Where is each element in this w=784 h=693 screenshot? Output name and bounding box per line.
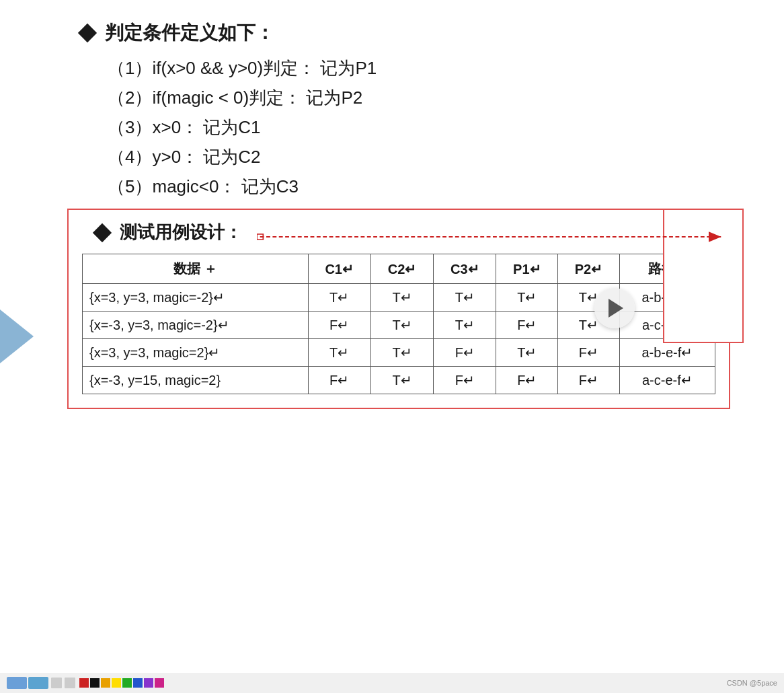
cell-r2-c2: T↵ bbox=[370, 339, 433, 367]
cell-r3-c1: F↵ bbox=[308, 367, 370, 394]
cell-r0-c3: T↵ bbox=[434, 284, 496, 312]
cell-r0-c2: T↵ bbox=[370, 284, 433, 312]
condition-num-3: （3） bbox=[108, 118, 152, 136]
col-header-c1: C1↵ bbox=[308, 254, 370, 284]
table-row: {x=3, y=3, magic=2}↵T↵T↵F↵T↵F↵a-b-e-f↵ bbox=[83, 339, 715, 367]
cell-r3-c6: a-c-e-f↵ bbox=[619, 367, 715, 394]
cell-r1-c1: F↵ bbox=[308, 312, 370, 339]
section1-title: 判定条件定义如下： bbox=[81, 20, 744, 46]
col-header-c3: C3↵ bbox=[434, 254, 496, 284]
cell-r3-c2: T↵ bbox=[370, 367, 433, 394]
red-arrow-svg bbox=[257, 230, 729, 244]
color-swatch-blue bbox=[133, 678, 143, 688]
cell-r3-c0: {x=-3, y=15, magic=2} bbox=[83, 367, 309, 394]
cell-r0-c1: T↵ bbox=[308, 284, 370, 312]
condition-text-5: magic<0： 记为C3 bbox=[152, 178, 298, 195]
left-nav-arrow bbox=[0, 309, 34, 363]
color-swatch-red bbox=[79, 678, 89, 688]
conditions-list: （1） if(x>0 && y>0)判定： 记为P1 （2） if(magic … bbox=[108, 59, 744, 195]
condition-num-1: （1） bbox=[108, 59, 152, 77]
credit-text: CSDN @5pace bbox=[727, 679, 777, 687]
condition-item-3: （3） x>0： 记为C1 bbox=[108, 118, 744, 136]
color-swatch-green bbox=[122, 678, 132, 688]
condition-text-4: y>0： 记为C2 bbox=[152, 148, 260, 166]
col-header-p1: P1↵ bbox=[496, 254, 558, 284]
cell-r2-c4: T↵ bbox=[496, 339, 558, 367]
condition-item-2: （2） if(magic < 0)判定： 记为P2 bbox=[108, 89, 744, 106]
cell-r1-c4: F↵ bbox=[496, 312, 558, 339]
col-header-p2: P2↵ bbox=[558, 254, 620, 284]
play-icon bbox=[609, 299, 623, 318]
cell-r3-c3: F↵ bbox=[434, 367, 496, 394]
test-section-title: 测试用例设计： bbox=[95, 221, 242, 244]
diamond-icon-2 bbox=[93, 223, 112, 242]
test-section: 测试用例设计： 数据 ＋ bbox=[67, 209, 730, 409]
color-swatch-purple bbox=[144, 678, 153, 688]
condition-num-4: （4） bbox=[108, 148, 152, 166]
col-header-c2: C2↵ bbox=[370, 254, 433, 284]
table-header-row: 数据 ＋ C1↵ C2↵ C3↵ P1↵ P2↵ 路径↵ bbox=[83, 254, 715, 284]
condition-text-2: if(magic < 0)判定： 记为P2 bbox=[152, 89, 362, 106]
condition-num-5: （5） bbox=[108, 178, 152, 195]
cell-r3-c4: F↵ bbox=[496, 367, 558, 394]
color-swatch-pink bbox=[155, 678, 164, 688]
color-swatch-yellow bbox=[112, 678, 121, 688]
test-title-text: 测试用例设计： bbox=[120, 221, 242, 244]
color-swatch-orange bbox=[101, 678, 110, 688]
cell-r1-c2: T↵ bbox=[370, 312, 433, 339]
cell-r0-c4: T↵ bbox=[496, 284, 558, 312]
cell-r1-c3: T↵ bbox=[434, 312, 496, 339]
condition-text-3: x>0： 记为C1 bbox=[152, 118, 260, 136]
condition-num-2: （2） bbox=[108, 89, 152, 106]
cell-r3-c5: F↵ bbox=[558, 367, 620, 394]
table-row: {x=-3, y=15, magic=2}F↵T↵F↵F↵F↵a-c-e-f↵ bbox=[83, 367, 715, 394]
bottom-bar: CSDN @5pace bbox=[0, 673, 784, 693]
red-arrow bbox=[257, 230, 729, 246]
cell-r2-c0: {x=3, y=3, magic=2}↵ bbox=[83, 339, 309, 367]
test-title-row: 测试用例设计： bbox=[82, 221, 715, 244]
nav-btn-1[interactable] bbox=[7, 677, 27, 689]
condition-text-1: if(x>0 && y>0)判定： 记为P1 bbox=[152, 59, 377, 77]
color-swatch-black bbox=[90, 678, 100, 688]
condition-item-1: （1） if(x>0 && y>0)判定： 记为P1 bbox=[108, 59, 744, 77]
section1-title-text: 判定条件定义如下： bbox=[105, 20, 274, 46]
cell-r2-c5: F↵ bbox=[558, 339, 620, 367]
play-button[interactable] bbox=[594, 288, 635, 328]
nav-prev[interactable] bbox=[51, 678, 62, 688]
cell-r0-c0: {x=3, y=3, magic=-2}↵ bbox=[83, 284, 309, 312]
nav-btn-2[interactable] bbox=[28, 677, 48, 689]
col-header-data: 数据 ＋ bbox=[83, 254, 309, 284]
nav-next[interactable] bbox=[65, 678, 75, 688]
condition-item-4: （4） y>0： 记为C2 bbox=[108, 148, 744, 166]
cell-r2-c3: F↵ bbox=[434, 339, 496, 367]
cell-r2-c1: T↵ bbox=[308, 339, 370, 367]
diamond-icon bbox=[78, 24, 97, 42]
cell-r1-c0: {x=-3, y=3, magic=-2}↵ bbox=[83, 312, 309, 339]
condition-item-5: （5） magic<0： 记为C3 bbox=[108, 178, 744, 195]
